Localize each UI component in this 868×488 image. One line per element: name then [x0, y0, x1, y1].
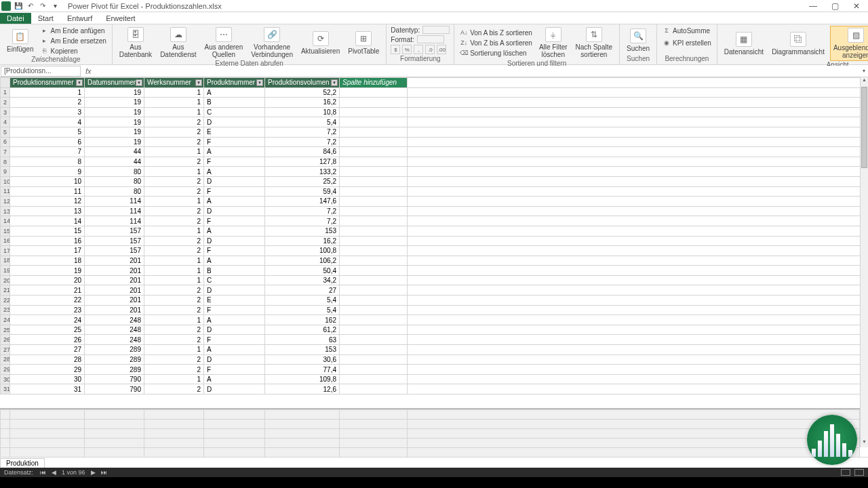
cell[interactable]: C	[204, 275, 265, 285]
save-icon[interactable]: 💾	[14, 1, 23, 11]
row-number[interactable]: 6	[1, 137, 10, 147]
cell[interactable]: D	[204, 325, 265, 335]
cell[interactable]: 1	[144, 374, 204, 384]
cell[interactable]	[340, 107, 408, 117]
row-number[interactable]: 22	[1, 296, 10, 306]
col-header-1[interactable]: Datumsnummer▼	[85, 78, 144, 88]
cell[interactable]: 2	[144, 335, 204, 345]
inc-decimal-icon[interactable]: .0	[425, 45, 435, 54]
cell[interactable]: D	[204, 354, 265, 365]
cell[interactable]: 16,2	[265, 98, 340, 108]
cell[interactable]: D	[204, 176, 265, 186]
cell[interactable]: 16	[10, 236, 85, 246]
select-all-corner[interactable]	[1, 78, 10, 88]
cell[interactable]: 201	[85, 296, 144, 306]
table-row[interactable]: 18 18 201 1 A 106,2	[1, 256, 861, 266]
cell[interactable]	[340, 275, 408, 285]
cell[interactable]: 1	[144, 345, 204, 355]
kpi-button[interactable]: ◉KPI erstellen	[661, 38, 713, 47]
row-number[interactable]: 21	[1, 285, 10, 296]
table-row[interactable]: 9 9 80 1 A 133,2	[1, 167, 861, 177]
cell[interactable]: 1	[10, 87, 85, 98]
cell[interactable]: 114	[85, 216, 144, 226]
row-number[interactable]: 16	[1, 236, 10, 246]
cell[interactable]: 1	[144, 315, 204, 325]
undo-icon[interactable]: ↶	[26, 1, 35, 11]
formula-input[interactable]	[96, 66, 860, 77]
comma-icon[interactable]: ,	[414, 45, 423, 54]
cell[interactable]: 44	[85, 147, 144, 157]
cell[interactable]: 201	[85, 266, 144, 276]
cell[interactable]: 12,6	[265, 384, 340, 394]
row-number[interactable]: 15	[1, 226, 10, 236]
data-grid[interactable]: Produktionsnummer▼Datumsnummer▼Werksnumm…	[0, 77, 860, 447]
scroll-thumb[interactable]	[861, 87, 867, 168]
cell[interactable]	[340, 157, 408, 167]
qat-dropdown-icon[interactable]: ▾	[50, 1, 60, 11]
cell[interactable]: A	[204, 374, 265, 384]
cell[interactable]: 2	[144, 206, 204, 216]
pivottable-button[interactable]: ⊞PivotTable	[345, 30, 382, 56]
cell[interactable]: 162	[265, 315, 340, 325]
cell[interactable]: 2	[144, 285, 204, 296]
cell[interactable]: 109,8	[265, 374, 340, 384]
cell[interactable]: 19	[85, 127, 144, 137]
cell[interactable]: 84,6	[265, 147, 340, 157]
cell[interactable]: 2	[144, 176, 204, 186]
col-header-3[interactable]: Produktnummer▼	[204, 78, 265, 88]
row-number[interactable]: 11	[1, 186, 10, 197]
cell[interactable]: 19	[10, 266, 85, 276]
cell[interactable]	[340, 335, 408, 345]
cell[interactable]: 2	[10, 98, 85, 108]
cell[interactable]	[340, 186, 408, 197]
row-number[interactable]: 12	[1, 197, 10, 207]
cell[interactable]: 201	[85, 275, 144, 285]
autosum-button[interactable]: ΣAutoSumme	[661, 26, 711, 35]
table-row[interactable]: 16 16 157 2 D 16,2	[1, 236, 861, 246]
filter-dropdown-icon[interactable]: ▼	[76, 79, 83, 86]
cell[interactable]: 9	[10, 167, 85, 177]
cell[interactable]	[340, 176, 408, 186]
cell[interactable]	[340, 315, 408, 325]
col-header-4[interactable]: Produktionsvolumen▼	[265, 78, 340, 88]
cell[interactable]: 21	[10, 285, 85, 296]
cell[interactable]: 24	[10, 315, 85, 325]
cell[interactable]: F	[204, 137, 265, 147]
table-row[interactable]: 19 19 201 1 B 50,4	[1, 266, 861, 276]
data-view-button[interactable]: ▦Datenansicht	[722, 30, 766, 57]
cell[interactable]: F	[204, 305, 265, 315]
table-row[interactable]: 29 29 289 2 F 77,4	[1, 365, 861, 375]
append-end-button[interactable]: ▸Am Ende anfügen	[39, 26, 107, 35]
cell[interactable]: 30,6	[265, 354, 340, 365]
cell[interactable]: 201	[85, 256, 144, 266]
view-diagram-icon[interactable]	[854, 469, 864, 476]
show-hidden-button[interactable]: ▨Ausgeblendete anzeigen	[830, 26, 868, 61]
cell[interactable]: 157	[85, 236, 144, 246]
cell[interactable]: 44	[85, 157, 144, 167]
table-row[interactable]: 27 27 289 1 A 153	[1, 345, 861, 355]
table-row[interactable]: 6 6 19 2 F 7,2	[1, 137, 861, 147]
table-row[interactable]: 10 10 80 2 D 25,2	[1, 176, 861, 186]
cell[interactable]: 2	[144, 117, 204, 127]
cell[interactable]: 2	[144, 157, 204, 167]
cell[interactable]	[340, 98, 408, 108]
cell[interactable]: 2	[144, 127, 204, 137]
cell[interactable]: 26	[10, 335, 85, 345]
cell[interactable]: B	[204, 266, 265, 276]
cell[interactable]: 23	[10, 305, 85, 315]
row-number[interactable]: 7	[1, 147, 10, 157]
nav-last-icon[interactable]: ⏭	[101, 469, 107, 476]
row-number[interactable]: 25	[1, 325, 10, 335]
cell[interactable]: 80	[85, 176, 144, 186]
cell[interactable]: 127,8	[265, 157, 340, 167]
cell[interactable]	[340, 197, 408, 207]
row-number[interactable]: 4	[1, 117, 10, 127]
row-number[interactable]: 27	[1, 345, 10, 355]
cell[interactable]: 2	[144, 216, 204, 226]
nav-prev-icon[interactable]: ◀	[52, 469, 56, 476]
row-number[interactable]: 17	[1, 246, 10, 256]
cell[interactable]: 80	[85, 186, 144, 197]
cell[interactable]: F	[204, 157, 265, 167]
cell[interactable]: E	[204, 296, 265, 306]
add-column-header[interactable]: Spalte hinzufügen	[340, 78, 408, 88]
